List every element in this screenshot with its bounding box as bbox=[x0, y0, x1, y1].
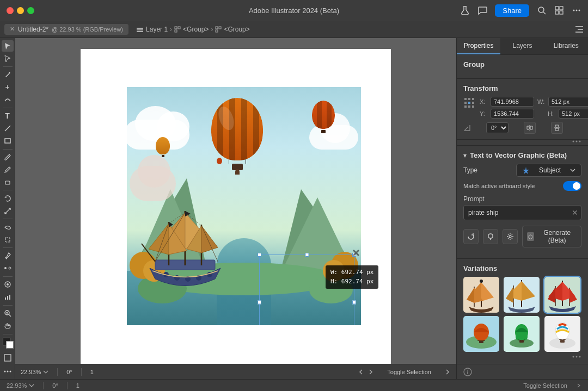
match-artboard-toggle[interactable] bbox=[563, 181, 581, 191]
svg-rect-62 bbox=[468, 102, 470, 104]
tab-close-icon[interactable]: ✕ bbox=[10, 26, 15, 33]
artwork[interactable] bbox=[127, 87, 361, 325]
maximize-button[interactable] bbox=[27, 7, 34, 14]
warp-tool[interactable] bbox=[2, 221, 14, 233]
prompt-input[interactable] bbox=[463, 205, 581, 220]
document-tab[interactable]: ✕ Untitled-2* @ 22.93 % (RGB/Preview) bbox=[4, 24, 128, 35]
svg-line-2 bbox=[543, 12, 546, 14]
variations-more[interactable] bbox=[463, 352, 581, 358]
variation-4[interactable] bbox=[463, 316, 499, 352]
flask-icon[interactable] bbox=[460, 5, 470, 15]
lightbulb-icon-btn[interactable] bbox=[483, 229, 498, 244]
breadcrumb: Layer 1 › <Group> › <Group> bbox=[136, 26, 250, 33]
reference-point[interactable] bbox=[463, 97, 475, 111]
tab-libraries[interactable]: Libraries bbox=[544, 38, 588, 54]
variation-1[interactable] bbox=[463, 277, 499, 313]
group-icon-1 bbox=[174, 26, 181, 33]
type-select[interactable]: Subject bbox=[516, 164, 581, 177]
section-more[interactable] bbox=[457, 140, 588, 145]
breadcrumb-group1[interactable]: <Group> bbox=[183, 26, 209, 33]
svg-rect-64 bbox=[464, 105, 467, 108]
free-transform-tool[interactable] bbox=[2, 234, 14, 245]
svg-rect-65 bbox=[468, 105, 470, 108]
panel-toggle-icon[interactable] bbox=[575, 25, 584, 34]
zoom-dropdown-icon[interactable] bbox=[29, 384, 34, 387]
change-screen-mode[interactable] bbox=[2, 352, 14, 363]
paintbrush-tool[interactable] bbox=[2, 151, 14, 163]
hand-tool[interactable] bbox=[2, 320, 14, 332]
share-button[interactable]: Share bbox=[495, 4, 529, 17]
prompt-clear-icon[interactable]: ✕ bbox=[572, 208, 578, 217]
x-input[interactable] bbox=[491, 97, 534, 107]
line-tool[interactable] bbox=[2, 123, 14, 134]
variation-6[interactable] bbox=[544, 316, 580, 352]
flip-horizontal-btn[interactable] bbox=[524, 122, 536, 134]
svg-rect-3 bbox=[555, 7, 559, 10]
eyedropper-tool[interactable] bbox=[2, 250, 14, 262]
add-anchor-tool[interactable]: + bbox=[2, 82, 14, 93]
fill-stroke-colors[interactable] bbox=[2, 337, 14, 351]
close-button[interactable] bbox=[7, 7, 14, 14]
h-input[interactable] bbox=[559, 109, 588, 119]
variation-3[interactable] bbox=[544, 277, 580, 313]
generate-button[interactable]: ⬡ Generate (Beta) bbox=[522, 226, 581, 247]
variation-2[interactable] bbox=[504, 277, 540, 313]
zoom-control[interactable]: 22.93% bbox=[21, 369, 48, 375]
eraser-tool[interactable] bbox=[2, 176, 14, 188]
svg-rect-24 bbox=[5, 181, 10, 184]
zoom-status[interactable]: 22.93% bbox=[7, 382, 34, 389]
transform-icon-row: 0° bbox=[463, 122, 581, 134]
variation-5[interactable] bbox=[504, 316, 540, 352]
tab-layers[interactable]: Layers bbox=[500, 38, 544, 54]
more-icon[interactable] bbox=[572, 5, 581, 15]
nav-left-icon[interactable] bbox=[358, 369, 364, 375]
search-icon[interactable] bbox=[537, 5, 547, 15]
traffic-lights[interactable] bbox=[7, 7, 34, 14]
type-tool[interactable]: T bbox=[2, 110, 14, 122]
toggle-selection-icon[interactable] bbox=[444, 369, 451, 375]
rectangle-tool[interactable] bbox=[2, 135, 14, 147]
y-input-row: Y: bbox=[480, 109, 534, 119]
angle-select[interactable]: 0° bbox=[486, 122, 509, 133]
direct-selection-tool[interactable] bbox=[2, 53, 14, 64]
type-value: Subject bbox=[539, 166, 561, 174]
flip-vertical-btn[interactable] bbox=[551, 122, 563, 134]
curvature-tool[interactable] bbox=[2, 94, 14, 105]
canvas-scroll[interactable]: W: 692.74 px H: 692.74 px bbox=[15, 38, 456, 364]
graph-tool[interactable] bbox=[2, 291, 14, 303]
grid-icon[interactable] bbox=[554, 5, 564, 15]
svg-rect-25 bbox=[5, 238, 10, 242]
status-sep-2 bbox=[67, 382, 68, 389]
svg-rect-18 bbox=[216, 30, 218, 32]
blend-tool[interactable] bbox=[2, 263, 14, 274]
info-icon[interactable] bbox=[463, 368, 472, 376]
pen-tool[interactable] bbox=[2, 69, 14, 80]
info-row[interactable] bbox=[457, 364, 588, 379]
breadcrumb-group2[interactable]: <Group> bbox=[224, 26, 249, 33]
svg-point-107 bbox=[579, 356, 581, 358]
nav-right-icon[interactable] bbox=[367, 369, 374, 375]
minimize-button[interactable] bbox=[17, 7, 24, 14]
pencil-tool[interactable] bbox=[2, 164, 14, 175]
breadcrumb-layer[interactable]: Layer 1 bbox=[146, 26, 168, 33]
symbol-tool[interactable] bbox=[2, 279, 14, 290]
zoom-tool[interactable] bbox=[2, 308, 14, 319]
w-input[interactable] bbox=[548, 97, 588, 107]
x-input-row: X: bbox=[480, 97, 534, 107]
tv-header[interactable]: ▾ Text to Vector Graphic (Beta) bbox=[463, 151, 581, 159]
comment-icon[interactable] bbox=[477, 5, 487, 15]
svg-point-40 bbox=[9, 370, 11, 372]
text-to-vector-section: ▾ Text to Vector Graphic (Beta) Type Sub… bbox=[457, 145, 588, 259]
scale-tool[interactable] bbox=[2, 205, 14, 216]
rotate-tool[interactable] bbox=[2, 193, 14, 204]
refresh-icon-btn[interactable] bbox=[463, 229, 479, 244]
svg-point-1 bbox=[538, 7, 544, 13]
nav-arrows[interactable] bbox=[358, 369, 374, 375]
svg-rect-104 bbox=[560, 340, 565, 343]
svg-rect-23 bbox=[5, 139, 10, 143]
settings-icon-btn[interactable] bbox=[503, 229, 518, 244]
tab-properties[interactable]: Properties bbox=[457, 38, 500, 54]
y-input[interactable] bbox=[491, 109, 534, 119]
selection-tool[interactable] bbox=[2, 40, 14, 52]
more-tools[interactable] bbox=[2, 365, 14, 377]
